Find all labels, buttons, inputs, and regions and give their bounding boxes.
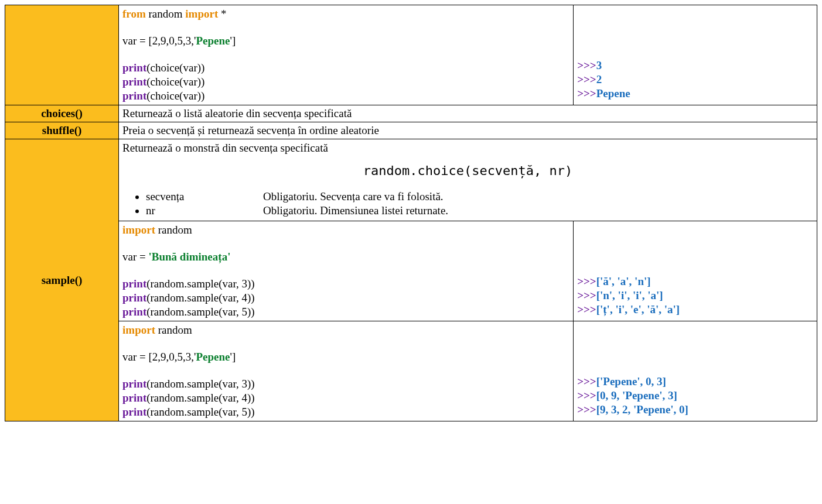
method-cell-sample: sample(): [5, 139, 119, 421]
description-text: Returnează o monstră din secvența specif…: [122, 141, 813, 155]
code-text: var = [2,9,0,5,3,': [122, 35, 196, 47]
string-literal: 'Bună dimineața': [149, 251, 231, 263]
table-row: shuffle() Preia o secvență și returnează…: [5, 122, 817, 139]
output-prompt: >>>: [577, 87, 596, 100]
list-item: secvențaObligatoriu. Secvența care va fi…: [146, 190, 813, 204]
output-prompt: >>>: [577, 59, 596, 71]
table-row: sample() Returnează o monstră din secven…: [5, 139, 817, 221]
code-text: (random.sample(var, 4)): [146, 292, 254, 304]
keyword-from: from: [122, 8, 146, 20]
description-cell: Returnează o listă aleatorie din secvenț…: [119, 105, 817, 122]
keyword-print: print: [122, 90, 146, 102]
signature-text: random.choice(secvență, nr): [122, 155, 813, 186]
keyword-print: print: [122, 292, 146, 304]
param-name: secvența: [146, 190, 263, 203]
keyword-import: import: [122, 224, 155, 236]
keyword-print: print: [122, 378, 146, 390]
code-text: var = [2,9,0,5,3,': [122, 351, 196, 363]
code-text: (random.sample(var, 3)): [146, 378, 254, 390]
output-value: ['Pepene', 0, 3]: [596, 375, 666, 388]
param-desc: Obligatoriu. Dimensiunea listei returnat…: [263, 204, 448, 217]
keyword-print: print: [122, 76, 146, 88]
output-value: Pepene: [596, 87, 630, 100]
code-text: var =: [122, 251, 148, 263]
output-prompt: >>>: [577, 303, 596, 316]
table-row: from random import * var = [2,9,0,5,3,'P…: [5, 5, 817, 105]
table-row: import random var = [2,9,0,5,3,'Pepene']…: [5, 321, 817, 421]
code-text: (random.sample(var, 5)): [146, 306, 254, 318]
output-cell: >>>['Pepene', 0, 3] >>>[0, 9, 'Pepene', …: [574, 321, 817, 421]
table-row: import random var = 'Bună dimineața' pri…: [5, 221, 817, 321]
param-desc: Obligatoriu. Secvența care va fi folosit…: [263, 190, 444, 203]
output-value: 3: [596, 59, 602, 71]
code-text: random: [155, 224, 192, 236]
code-text: (random.sample(var, 5)): [146, 406, 254, 418]
params-list: secvențaObligatoriu. Secvența care va fi…: [146, 190, 813, 218]
code-cell: import random var = 'Bună dimineața' pri…: [119, 221, 574, 321]
list-item: nrObligatoriu. Dimensiunea listei return…: [146, 204, 813, 218]
output-value: 2: [596, 73, 602, 85]
description-cell: Returnează o monstră din secvența specif…: [119, 139, 817, 221]
output-value: ['n', 'i', 'i', 'a']: [596, 289, 663, 301]
code-text: ']: [230, 35, 236, 47]
output-value: [9, 3, 2, 'Pepene', 0]: [596, 403, 688, 416]
output-prompt: >>>: [577, 73, 596, 85]
code-text: (random.sample(var, 4)): [146, 392, 254, 404]
code-text: (choice(var)): [146, 76, 204, 88]
output-value: ['ă', 'a', 'n']: [596, 275, 651, 287]
code-text: random: [155, 324, 192, 336]
keyword-print: print: [122, 61, 146, 74]
keyword-print: print: [122, 406, 146, 418]
output-cell: >>>['ă', 'a', 'n'] >>>['n', 'i', 'i', 'a…: [574, 221, 817, 321]
output-prompt: >>>: [577, 403, 596, 416]
method-cell-choices: choices(): [5, 105, 119, 122]
output-cell: >>>3 >>>2 >>>Pepene: [574, 5, 817, 105]
output-prompt: >>>: [577, 275, 596, 287]
code-text: (choice(var)): [146, 61, 204, 74]
code-text: (choice(var)): [146, 90, 204, 102]
keyword-print: print: [122, 392, 146, 404]
string-literal: Pepene: [196, 351, 230, 363]
keyword-import: import: [185, 8, 218, 20]
method-cell-shuffle: shuffle(): [5, 122, 119, 139]
output-value: [0, 9, 'Pepene', 3]: [596, 389, 677, 402]
output-prompt: >>>: [577, 289, 596, 301]
code-text: *: [218, 8, 226, 20]
code-text: (random.sample(var, 3)): [146, 277, 254, 290]
table-row: choices() Returnează o listă aleatorie d…: [5, 105, 817, 122]
string-literal: Pepene: [196, 35, 230, 47]
method-cell-choice: [5, 5, 119, 105]
description-cell: Preia o secvență și returnează secvența …: [119, 122, 817, 139]
keyword-print: print: [122, 277, 146, 290]
output-prompt: >>>: [577, 375, 596, 388]
methods-table: from random import * var = [2,9,0,5,3,'P…: [5, 5, 817, 421]
code-text: ']: [230, 351, 236, 363]
output-value: ['ț', 'i', 'e', 'ă', 'a']: [596, 303, 680, 316]
code-cell: import random var = [2,9,0,5,3,'Pepene']…: [119, 321, 574, 421]
code-text: random: [146, 8, 186, 20]
param-name: nr: [146, 204, 263, 217]
code-cell: from random import * var = [2,9,0,5,3,'P…: [119, 5, 574, 105]
keyword-import: import: [122, 324, 155, 336]
keyword-print: print: [122, 306, 146, 318]
output-prompt: >>>: [577, 389, 596, 402]
